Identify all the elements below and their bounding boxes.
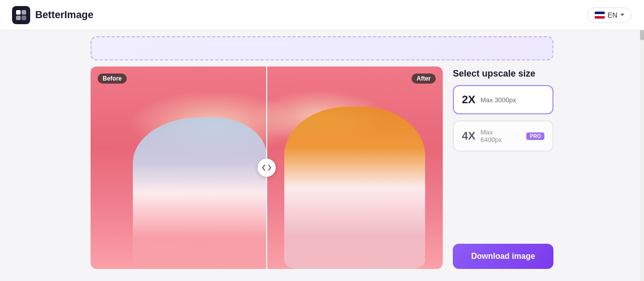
main-content: Before After Select upscale size 2X Max …: [0, 60, 644, 275]
download-button[interactable]: Download image: [453, 244, 553, 269]
comparison-wrapper: Before After: [91, 66, 443, 269]
svg-rect-2: [16, 16, 21, 20]
logo-icon: [12, 6, 30, 24]
flag-icon: [595, 12, 605, 19]
header: BetterImage EN: [0, 0, 644, 30]
language-selector[interactable]: EN: [587, 8, 632, 23]
comparison-handle[interactable]: [258, 159, 276, 177]
upload-area: [0, 30, 644, 60]
after-label: After: [412, 74, 436, 84]
spacer: [453, 158, 553, 238]
size-label-2x: Max 3000px: [480, 96, 544, 104]
upscale-info-4x: Max6400px: [480, 128, 521, 144]
upscale-option-2x[interactable]: 2X Max 3000px: [453, 85, 553, 114]
svg-rect-3: [22, 16, 26, 20]
upscale-option-4x[interactable]: 4X Max6400px PRO: [453, 120, 553, 152]
person2-silhouette: [284, 107, 425, 269]
before-label: Before: [98, 74, 127, 84]
select-upscale-title: Select upscale size: [453, 68, 553, 79]
multiplier-2x: 2X: [462, 93, 475, 106]
svg-rect-0: [16, 10, 21, 15]
chevron-down-icon: [620, 14, 624, 16]
multiplier-4x: 4X: [462, 129, 475, 143]
person1-silhouette: [133, 117, 267, 269]
upscale-info-2x: Max 3000px: [480, 96, 544, 104]
right-panel: Select upscale size 2X Max 3000px 4X Max…: [453, 66, 553, 269]
scrollbar[interactable]: [640, 0, 644, 281]
logo-text: BetterImage: [35, 9, 94, 21]
size-label-4x: Max6400px: [480, 128, 521, 144]
lang-code: EN: [608, 11, 617, 19]
pro-badge: PRO: [526, 132, 544, 140]
logo-area: BetterImage: [12, 6, 94, 24]
image-comparison-panel[interactable]: Before After: [91, 66, 443, 269]
upload-bar[interactable]: [91, 36, 553, 60]
svg-rect-1: [22, 10, 26, 15]
